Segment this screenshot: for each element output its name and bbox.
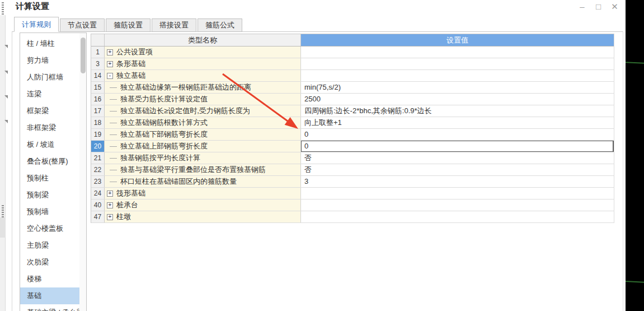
setting-name-cell[interactable]: +条形基础 [105,58,301,69]
setting-name-cell[interactable]: 独基受力筋长度计算设定值 [105,94,301,105]
row-number[interactable]: 47 [91,211,105,222]
sidebar-scrollbar[interactable] [79,33,86,311]
sidebar-item[interactable]: 楼梯 [20,271,79,287]
tab-4[interactable]: 搭接设置 [152,18,196,32]
tree-connector [110,182,117,182]
row-number[interactable]: 40 [91,199,105,211]
drag-handle-icon[interactable] [2,2,4,15]
setting-value-cell[interactable]: min(75,s/2) [301,82,614,93]
row-number[interactable]: 14 [91,70,105,81]
setting-value-cell[interactable]: 四周钢筋:边长-2*bhc,其余钢筋:0.9*边长 [301,105,614,117]
row-number[interactable]: 20 [91,141,105,152]
expand-icon[interactable]: + [107,191,113,197]
sidebar-item[interactable]: 框架梁 [20,103,79,119]
splitter-arrow-icon[interactable] [4,71,8,74]
setting-name-cell[interactable]: +柱墩 [105,211,301,222]
table-row: 21独基钢筋按平均长度计算否 [91,152,614,164]
sidebar-item[interactable]: 人防门框墙 [20,69,79,86]
setting-name-cell[interactable]: 独立基础钢筋根数计算方式 [105,117,301,128]
setting-value-cell[interactable] [301,188,614,199]
row-number[interactable]: 16 [91,94,105,105]
tab-3[interactable]: 箍筋设置 [106,18,151,32]
setting-value-cell[interactable] [301,47,614,58]
setting-name-cell[interactable]: 独立基础边缘第一根钢筋距基础边的距离 [105,82,301,93]
setting-name: 独立基础 [116,71,145,81]
expand-icon[interactable]: + [107,214,113,220]
sidebar-item[interactable]: 基础主梁 / 承台梁 [20,304,79,311]
sidebar-item[interactable]: 柱 / 墙柱 [20,35,79,52]
row-number[interactable]: 17 [91,105,105,117]
category-list: 柱 / 墙柱剪力墙人防门框墙连梁框架梁非框架梁板 / 坡道叠合板(整厚)预制柱预… [20,33,87,311]
row-number[interactable]: 21 [91,152,105,164]
setting-name-cell[interactable]: +桩承台 [105,199,301,211]
expand-icon[interactable]: + [107,61,113,67]
row-number[interactable]: 18 [91,117,105,128]
setting-value-cell[interactable]: 否 [301,164,614,175]
maximize-icon[interactable]: □ [593,1,604,12]
setting-name-cell[interactable]: -独立基础 [105,70,301,81]
setting-value-cell[interactable]: 3 [301,176,614,187]
settings-table: 类型名称 设置值 1+公共设置项3+条形基础14-独立基础15独立基础边缘第一根… [91,34,614,223]
setting-value-cell[interactable] [301,199,614,211]
setting-name-cell[interactable]: +公共设置项 [105,47,301,58]
setting-name-cell[interactable]: 独立基础上部钢筋弯折长度 [105,141,301,152]
viewport-grid-line [626,281,644,283]
tab-1[interactable]: 计算规则 [14,17,59,32]
row-number[interactable]: 15 [91,82,105,93]
table-row: 14-独立基础 [91,70,614,82]
column-header-setting-value[interactable]: 设置值 [301,34,614,46]
sidebar-item[interactable]: 连梁 [20,86,79,103]
tree-connector [110,170,117,170]
viewport-background [626,0,644,311]
row-number[interactable]: 1 [91,47,105,58]
row-number[interactable]: 19 [91,129,105,140]
setting-value-input[interactable]: 0 [301,141,614,152]
setting-name-cell[interactable]: 独立基础下部钢筋弯折长度 [105,129,301,140]
setting-name: 独立基础边缘第一根钢筋距基础边的距离 [120,82,251,92]
splitter-arrow-icon[interactable] [4,120,8,123]
column-header-type-name[interactable]: 类型名称 [105,34,301,46]
setting-value-cell[interactable] [301,58,614,69]
sidebar-item[interactable]: 叠合板(整厚) [20,153,79,170]
sidebar-item[interactable]: 板 / 坡道 [20,136,79,153]
sidebar-item[interactable]: 预制柱 [20,170,79,187]
tree-connector [110,99,117,100]
sidebar-item[interactable]: 次肋梁 [20,254,79,271]
setting-name-cell[interactable]: 杯口短柱在基础锚固区内的箍筋数量 [105,176,301,187]
sidebar-item[interactable]: 剪力墙 [20,52,79,69]
splitter-arrow-icon[interactable] [4,45,8,48]
row-number[interactable]: 3 [91,58,105,69]
row-number[interactable]: 24 [91,188,105,199]
sidebar-scrollbar-thumb[interactable] [81,38,86,73]
setting-value-cell[interactable]: 否 [301,152,614,164]
setting-value-cell[interactable]: 向上取整+1 [301,117,614,128]
setting-name: 独基受力筋长度计算设定值 [120,94,208,104]
setting-value-cell[interactable] [301,70,614,81]
setting-value-cell[interactable]: 2500 [301,94,614,105]
sidebar-item[interactable]: 预制梁 [20,187,79,203]
collapse-icon[interactable]: - [107,73,113,79]
drag-handle-icon[interactable] [2,205,4,217]
expand-icon[interactable]: + [107,202,113,208]
tab-5[interactable]: 箍筋公式 [198,18,242,32]
setting-name-cell[interactable]: +筏形基础 [105,188,301,199]
setting-name-cell[interactable]: 独立基础边长≥设定值时,受力钢筋长度为 [105,105,301,117]
sidebar-item[interactable]: 主肋梁 [20,237,79,254]
sidebar-item[interactable]: 基础 [20,287,79,304]
tab-2[interactable]: 节点设置 [60,18,105,32]
row-number[interactable]: 23 [91,176,105,187]
splitter-arrow-icon[interactable] [4,95,8,99]
expand-icon[interactable]: + [107,49,113,55]
setting-value-cell[interactable]: 0 [301,129,614,140]
setting-name-cell[interactable]: 独基与基础梁平行重叠部位是否布置独基钢筋 [105,164,301,175]
minimize-icon[interactable]: – [576,1,588,12]
sidebar-item[interactable]: 空心楼盖板 [20,220,79,237]
table-row: 24+筏形基础 [91,188,614,199]
row-number[interactable]: 22 [91,164,105,175]
setting-name-cell[interactable]: 独基钢筋按平均长度计算 [105,152,301,164]
sidebar-item[interactable]: 非框架梁 [20,119,79,136]
setting-value-cell[interactable] [301,211,614,222]
app-edge-strip [0,15,6,311]
close-icon[interactable]: ✕ [609,1,621,12]
sidebar-item[interactable]: 预制墙 [20,203,79,220]
